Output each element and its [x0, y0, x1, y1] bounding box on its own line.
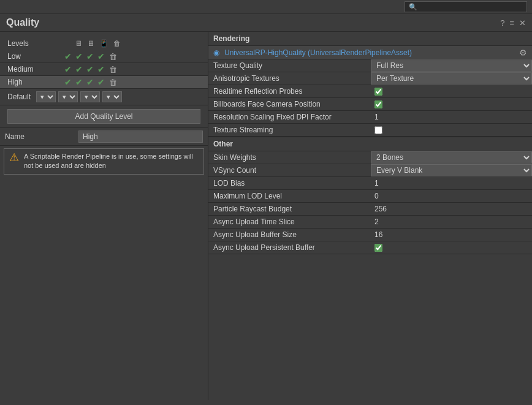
monitor-icon: 🖥: [75, 39, 82, 48]
resolution-scaling-row: Resolution Scaling Fixed DPI Factor 1: [208, 111, 532, 124]
skin-weights-dropdown[interactable]: 2 Bones 1 Bone 4 Bones Unlimited: [371, 151, 532, 164]
warning-icon: ⚠: [9, 152, 19, 163]
async-time-label: Async Upload Time Slice: [208, 216, 371, 228]
particle-raycast-label: Particle Raycast Budget: [208, 203, 371, 215]
low-delete-icon[interactable]: 🗑: [109, 52, 117, 61]
low-check2: ✔: [75, 51, 83, 61]
async-buffer-value: 16: [371, 229, 386, 241]
max-lod-value: 0: [371, 190, 382, 202]
menu-icon[interactable]: ≡: [509, 18, 514, 28]
name-label: Name: [5, 132, 78, 141]
lod-bias-label: LOD Bias: [208, 177, 371, 189]
realtime-reflection-row: Realtime Reflection Probes: [208, 85, 532, 98]
search-input[interactable]: [405, 1, 527, 12]
high-check2: ✔: [75, 77, 83, 87]
warning-text: A Scriptable Render Pipeline is in use, …: [24, 152, 199, 171]
urp-settings-icon[interactable]: ⚙: [514, 48, 532, 58]
delete-header-icon: 🗑: [113, 39, 121, 48]
async-persistent-checkbox[interactable]: [374, 244, 382, 252]
texture-streaming-checkbox[interactable]: [374, 126, 382, 134]
other-section-header: Other: [208, 137, 532, 151]
realtime-reflection-label: Realtime Reflection Probes: [208, 85, 371, 97]
default-platform1-dropdown[interactable]: ▾: [36, 91, 56, 102]
quality-level-low[interactable]: Low ✔ ✔ ✔ ✔ 🗑: [0, 50, 208, 63]
high-check4: ✔: [97, 77, 105, 87]
resolution-scaling-label: Resolution Scaling Fixed DPI Factor: [208, 111, 371, 123]
async-time-value: 2: [371, 216, 382, 228]
rendering-section-header: Rendering: [208, 32, 532, 46]
low-check4: ✔: [97, 51, 105, 61]
medium-check3: ✔: [86, 64, 94, 74]
vsync-row: VSync Count Every V Blank Don't Sync Eve…: [208, 164, 532, 177]
anisotropic-dropdown[interactable]: Per Texture Disabled Forced On: [371, 72, 532, 85]
quality-level-medium[interactable]: Medium ✔ ✔ ✔ ✔ 🗑: [0, 63, 208, 76]
name-row: Name: [0, 128, 208, 146]
monitor2-icon: 🖥: [87, 39, 94, 48]
realtime-reflection-checkbox[interactable]: [374, 88, 382, 96]
lod-bias-row: LOD Bias 1: [208, 177, 532, 190]
low-label: Low: [7, 52, 63, 61]
lod-bias-value: 1: [371, 177, 382, 189]
async-persistent-label: Async Upload Persistent Buffer: [208, 241, 371, 254]
texture-streaming-row: Texture Streaming: [208, 124, 532, 137]
high-label: High: [7, 78, 63, 86]
android-icon: 📱: [99, 39, 108, 48]
async-buffer-row: Async Upload Buffer Size 16: [208, 229, 532, 241]
anisotropic-label: Anisotropic Textures: [208, 72, 371, 85]
max-lod-label: Maximum LOD Level: [208, 190, 371, 202]
high-check3: ✔: [86, 77, 94, 87]
texture-quality-label: Texture Quality: [208, 59, 371, 72]
medium-check1: ✔: [64, 64, 72, 74]
billboards-label: Billboards Face Camera Position: [208, 98, 371, 110]
max-lod-row: Maximum LOD Level 0: [208, 190, 532, 203]
billboards-row: Billboards Face Camera Position: [208, 98, 532, 111]
high-check1: ✔: [64, 77, 72, 87]
medium-check4: ✔: [97, 64, 105, 74]
levels-label: Levels: [7, 39, 29, 48]
resolution-scaling-value: 1: [371, 111, 382, 123]
warning-bar: ⚠ A Scriptable Render Pipeline is in use…: [4, 148, 204, 175]
async-time-row: Async Upload Time Slice 2: [208, 216, 532, 229]
urp-asset-label: UniversalRP-HighQuality (UniversalRender…: [222, 47, 514, 59]
medium-label: Medium: [7, 65, 63, 74]
skin-weights-label: Skin Weights: [208, 151, 371, 164]
texture-quality-dropdown[interactable]: Full Res Half Res Quarter Res Eighth Res: [371, 59, 532, 72]
default-label: Default: [7, 93, 31, 101]
default-platform3-dropdown[interactable]: ▾: [80, 91, 100, 102]
add-quality-level-button[interactable]: Add Quality Level: [7, 109, 200, 124]
async-buffer-label: Async Upload Buffer Size: [208, 229, 371, 241]
vsync-dropdown[interactable]: Every V Blank Don't Sync Every Second V …: [371, 164, 532, 176]
urp-asset-row[interactable]: ◉ UniversalRP-HighQuality (UniversalRend…: [208, 46, 532, 59]
default-platform2-dropdown[interactable]: ▾: [58, 91, 78, 102]
medium-check2: ✔: [75, 64, 83, 74]
low-check1: ✔: [64, 51, 72, 61]
urp-icon: ◉: [208, 47, 222, 59]
billboards-checkbox[interactable]: [374, 100, 382, 108]
high-delete-icon[interactable]: 🗑: [109, 78, 117, 87]
anisotropic-row: Anisotropic Textures Per Texture Disable…: [208, 72, 532, 85]
vsync-label: VSync Count: [208, 164, 371, 176]
default-row: Default ▾ ▾ ▾ ▾: [0, 89, 208, 105]
quality-level-high[interactable]: High ✔ ✔ ✔ ✔ 🗑: [0, 76, 208, 89]
name-input[interactable]: [78, 131, 203, 143]
page-title: Quality: [6, 17, 39, 28]
low-check3: ✔: [86, 51, 94, 61]
particle-raycast-row: Particle Raycast Budget 256: [208, 203, 532, 216]
close-icon[interactable]: ✕: [519, 18, 526, 28]
medium-delete-icon[interactable]: 🗑: [109, 65, 117, 74]
particle-raycast-value: 256: [371, 203, 390, 215]
skin-weights-row: Skin Weights 2 Bones 1 Bone 4 Bones Unli…: [208, 151, 532, 164]
default-platform4-dropdown[interactable]: ▾: [102, 91, 122, 102]
texture-streaming-label: Texture Streaming: [208, 124, 371, 136]
help-icon[interactable]: ?: [500, 18, 504, 28]
async-persistent-row: Async Upload Persistent Buffer: [208, 241, 532, 254]
texture-quality-row: Texture Quality Full Res Half Res Quarte…: [208, 59, 532, 72]
